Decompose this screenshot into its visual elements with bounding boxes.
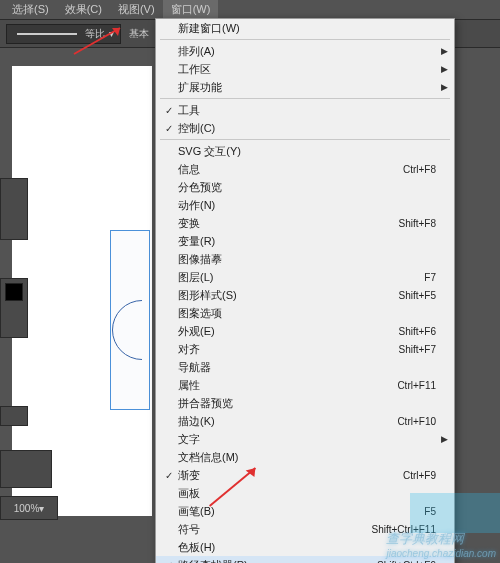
menu-item-label: 变量(R): [178, 234, 436, 249]
menu-separator: [160, 98, 450, 99]
menu-item-label: 符号: [178, 522, 372, 537]
menubar-item[interactable]: 视图(V): [110, 0, 163, 19]
menu-item-label: 变换: [178, 216, 398, 231]
menu-item-label: 扩展功能: [178, 80, 436, 95]
menu-item[interactable]: 对齐Shift+F7: [156, 340, 454, 358]
menu-item[interactable]: 信息Ctrl+F8: [156, 160, 454, 178]
menu-item[interactable]: 图案选项: [156, 304, 454, 322]
stroke-preview: [17, 33, 77, 35]
panel-collapsed-2[interactable]: [0, 278, 28, 338]
window-menu-dropdown: 新建窗口(W)排列(A)▶工作区▶扩展功能▶✓工具✓控制(C)SVG 交互(Y)…: [155, 18, 455, 563]
menu-item[interactable]: 文字▶: [156, 430, 454, 448]
menu-item-label: 图形样式(S): [178, 288, 398, 303]
menu-item-label: 新建窗口(W): [178, 21, 436, 36]
chevron-right-icon: ▶: [441, 434, 448, 444]
menu-item[interactable]: 属性Ctrl+F11: [156, 376, 454, 394]
menu-shortcut: Shift+F7: [398, 344, 436, 355]
menu-item-label: 属性: [178, 378, 397, 393]
menu-item[interactable]: 排列(A)▶: [156, 42, 454, 60]
menu-item[interactable]: 外观(E)Shift+F6: [156, 322, 454, 340]
menu-item-label: SVG 交互(Y): [178, 144, 436, 159]
panel-collapsed-3[interactable]: [0, 406, 28, 426]
menu-item[interactable]: 工作区▶: [156, 60, 454, 78]
menubar-item[interactable]: 效果(C): [57, 0, 110, 19]
chevron-down-icon: ▾: [39, 503, 44, 514]
menu-item-label: 画笔(B): [178, 504, 424, 519]
menu-item[interactable]: 导航器: [156, 358, 454, 376]
menubar-item[interactable]: 窗口(W): [163, 0, 219, 19]
menu-item-label: 工作区: [178, 62, 436, 77]
menu-separator: [160, 139, 450, 140]
menu-item-label: 画板: [178, 486, 436, 501]
menu-item-label: 工具: [178, 103, 436, 118]
menu-item-label: 对齐: [178, 342, 398, 357]
menu-shortcut: Ctrl+F11: [397, 380, 436, 391]
watermark: 查字典教程网 jiaocheng.chazidian.com: [386, 530, 496, 559]
menu-item-label: 分色预览: [178, 180, 436, 195]
menu-item[interactable]: 描边(K)Ctrl+F10: [156, 412, 454, 430]
menu-item[interactable]: 文档信息(M): [156, 448, 454, 466]
menu-item-label: 动作(N): [178, 198, 436, 213]
menu-item-label: 拼合器预览: [178, 396, 436, 411]
menu-item-label: 图案选项: [178, 306, 436, 321]
menu-item[interactable]: ✓控制(C): [156, 119, 454, 137]
menu-item[interactable]: 新建窗口(W): [156, 19, 454, 37]
menu-shortcut: Shift+Ctrl+F9: [377, 560, 436, 564]
menu-shortcut: Shift+F8: [398, 218, 436, 229]
check-icon: ✓: [160, 470, 178, 481]
menu-shortcut: Ctrl+F8: [403, 164, 436, 175]
toolbar-right-label: 基本: [129, 27, 149, 41]
check-icon: ✓: [160, 123, 178, 134]
menu-shortcut: Ctrl+F9: [403, 470, 436, 481]
menu-item-label: 描边(K): [178, 414, 397, 429]
stroke-profile-select[interactable]: 等比 ▾: [6, 24, 121, 44]
menu-item[interactable]: 图层(L)F7: [156, 268, 454, 286]
menu-item-label: 导航器: [178, 360, 436, 375]
check-icon: ✓: [160, 105, 178, 116]
menu-shortcut: F7: [424, 272, 436, 283]
color-swatch[interactable]: [5, 283, 23, 301]
menu-item-label: 文档信息(M): [178, 450, 436, 465]
menu-item[interactable]: 分色预览: [156, 178, 454, 196]
menu-item[interactable]: 图像描摹: [156, 250, 454, 268]
menu-item-label: 信息: [178, 162, 403, 177]
menu-shortcut: Shift+F5: [398, 290, 436, 301]
panel-collapsed-1[interactable]: [0, 178, 28, 240]
menu-item-label: 外观(E): [178, 324, 398, 339]
menu-item[interactable]: 变换Shift+F8: [156, 214, 454, 232]
menu-shortcut: Shift+F6: [398, 326, 436, 337]
menubar: 选择(S)效果(C)视图(V)窗口(W): [0, 0, 500, 20]
chevron-right-icon: ▶: [441, 64, 448, 74]
menu-item-label: 控制(C): [178, 121, 436, 136]
menu-separator: [160, 39, 450, 40]
menu-item[interactable]: 变量(R): [156, 232, 454, 250]
chevron-right-icon: ▶: [441, 46, 448, 56]
watermark-banner: [410, 493, 500, 533]
menu-item[interactable]: ✓渐变Ctrl+F9: [156, 466, 454, 484]
menu-item-label: 文字: [178, 432, 436, 447]
chevron-down-icon: ▾: [109, 28, 114, 39]
menu-item[interactable]: ✓工具: [156, 101, 454, 119]
menu-item-label: 图层(L): [178, 270, 424, 285]
panel-collapsed-4[interactable]: [0, 450, 52, 488]
menu-item-label: 渐变: [178, 468, 403, 483]
menu-item[interactable]: 动作(N): [156, 196, 454, 214]
menu-item-label: 路径查找器(P): [178, 558, 377, 564]
menu-item[interactable]: 扩展功能▶: [156, 78, 454, 96]
menu-item-label: 排列(A): [178, 44, 436, 59]
menu-item-label: 图像描摹: [178, 252, 436, 267]
check-icon: ✓: [160, 560, 178, 564]
menu-shortcut: Ctrl+F10: [397, 416, 436, 427]
chevron-right-icon: ▶: [441, 82, 448, 92]
stroke-label: 等比: [85, 27, 105, 41]
menu-item[interactable]: 拼合器预览: [156, 394, 454, 412]
menubar-item[interactable]: 选择(S): [4, 0, 57, 19]
zoom-level[interactable]: 100% ▾: [0, 496, 58, 520]
menu-item[interactable]: SVG 交互(Y): [156, 142, 454, 160]
menu-item[interactable]: 图形样式(S)Shift+F5: [156, 286, 454, 304]
